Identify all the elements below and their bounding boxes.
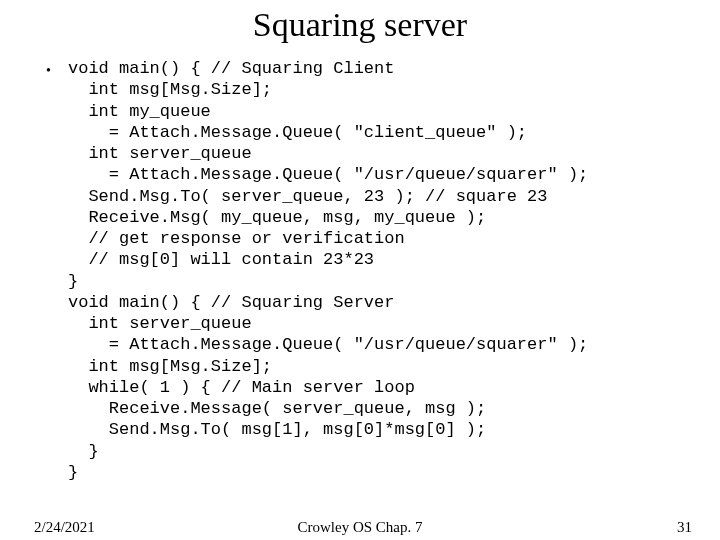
slide-title: Squaring server: [0, 6, 720, 44]
footer-center: Crowley OS Chap. 7: [0, 519, 720, 536]
code-block: void main() { // Squaring Client int msg…: [68, 58, 700, 483]
footer-page-number: 31: [677, 519, 692, 536]
slide: Squaring server • void main() { // Squar…: [0, 6, 720, 540]
bullet-icon: •: [46, 64, 51, 78]
slide-body: • void main() { // Squaring Client int m…: [0, 58, 720, 483]
